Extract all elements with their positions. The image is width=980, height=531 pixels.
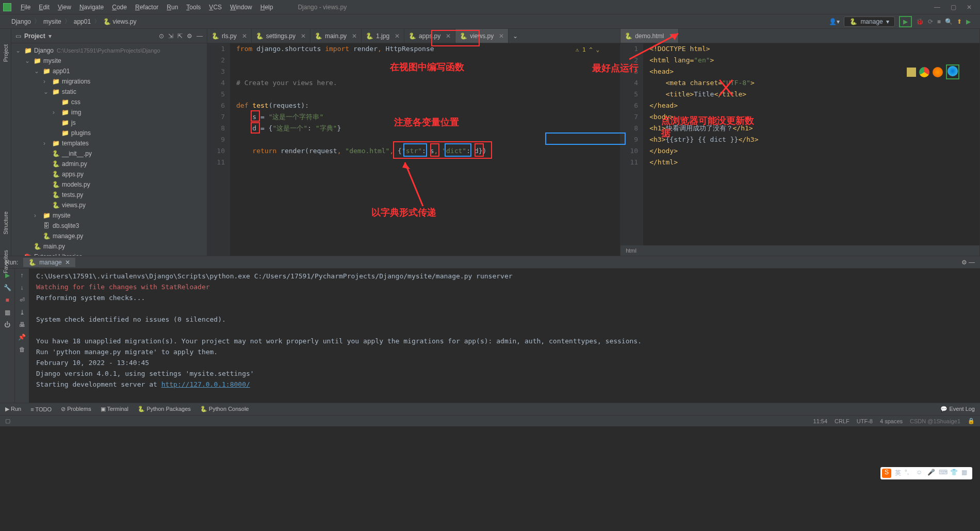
ime-skin-icon[interactable]: 👕	[950, 469, 959, 478]
hide-icon[interactable]: —	[197, 32, 203, 40]
window-minimize-icon[interactable]: —	[934, 4, 940, 11]
menu-help[interactable]: Help	[256, 4, 277, 11]
wrap-icon[interactable]: ⏎	[20, 296, 25, 304]
tree-node[interactable]: ⌄📁DjangoC:\Users\17591\PycharmProjects\D…	[11, 45, 207, 56]
editor-tab[interactable]: 🐍1.jpg✕	[362, 29, 404, 43]
tree-node[interactable]: ›📁templates	[11, 138, 207, 148]
ime-toolbox-icon[interactable]: ▦	[961, 469, 971, 478]
editor-breadcrumb[interactable]: html	[620, 245, 979, 256]
pin-icon[interactable]: 📌	[18, 334, 26, 341]
close-icon[interactable]: ✕	[499, 32, 504, 40]
editor-tab[interactable]: 🐍rls.py✕	[207, 29, 252, 43]
project-tool-tab[interactable]: Project	[3, 44, 9, 62]
locate-icon[interactable]: ⊙	[159, 32, 164, 40]
up-icon[interactable]: ↑	[21, 272, 24, 279]
scroll-icon[interactable]: ⤓	[20, 309, 25, 316]
search-icon[interactable]: 🔍	[945, 18, 953, 25]
user-icon[interactable]: 👤▾	[829, 18, 840, 25]
menu-file[interactable]: File	[17, 4, 35, 11]
run-button[interactable]: ▶	[899, 16, 912, 27]
favorites-tool-tab[interactable]: Favorites	[3, 250, 9, 273]
down-icon[interactable]: ↓	[21, 284, 24, 291]
editor-tab[interactable]: 🐍apps.py✕	[404, 29, 455, 43]
tree-node[interactable]: ›📁mysite	[11, 210, 207, 221]
tree-node[interactable]: 🐍main.py	[11, 241, 207, 252]
tree-node[interactable]: 🐍admin.py	[11, 159, 207, 169]
chevron-down-icon[interactable]: ▾	[48, 32, 52, 40]
menu-window[interactable]: Window	[226, 4, 256, 11]
print-icon[interactable]: 🖶	[19, 321, 25, 328]
breadcrumb-item[interactable]: app01	[72, 18, 93, 25]
exit-icon[interactable]: ⏻	[4, 321, 10, 328]
close-icon[interactable]: ✕	[446, 32, 451, 40]
ime-punct-icon[interactable]: °,	[905, 469, 914, 478]
menu-run[interactable]: Run	[162, 4, 182, 11]
menu-code[interactable]: Code	[108, 4, 131, 11]
tree-node[interactable]: 🗄db.sqlite3	[11, 221, 207, 231]
terminal-tool-button[interactable]: ▣ Terminal	[101, 406, 128, 412]
run-output[interactable]: C:\Users\17591\.virtualenvs\Django\Scrip…	[29, 269, 980, 403]
tree-node[interactable]: ›📁img	[11, 107, 207, 118]
close-icon[interactable]: ✕	[65, 259, 70, 266]
edge-icon[interactable]	[946, 64, 959, 79]
run-settings-icon[interactable]: ⚙ —	[961, 259, 975, 266]
tree-node[interactable]: ⌄📁mysite	[11, 56, 207, 66]
trash-icon[interactable]: 🗑	[19, 346, 25, 353]
menu-vcs[interactable]: VCS	[205, 4, 226, 11]
tree-node[interactable]: 🐍apps.py	[11, 169, 207, 179]
editor-tab[interactable]: 🐍settings.py✕	[252, 29, 311, 43]
builtin-preview-icon[interactable]	[907, 68, 916, 77]
breadcrumb-item[interactable]: mysite	[41, 18, 63, 25]
indent-setting[interactable]: 4 spaces	[880, 418, 903, 424]
editor-tab[interactable]: 🐍demo.html✕	[620, 29, 679, 43]
python-console-button[interactable]: 🐍 Python Console	[200, 406, 249, 412]
tree-node[interactable]: 📁css	[11, 97, 207, 107]
layout-icon[interactable]: ▦	[5, 309, 10, 316]
run-tool-button[interactable]: ▶ Run	[5, 406, 21, 412]
run-tab[interactable]: 🐍 manage ✕	[23, 258, 75, 267]
menu-navigate[interactable]: Navigate	[75, 4, 108, 11]
event-log-button[interactable]: 💬 Event Log	[940, 406, 975, 412]
tree-node[interactable]: 🐍__init__.py	[11, 148, 207, 159]
tree-node[interactable]: 🐍manage.py	[11, 231, 207, 241]
tree-node[interactable]: ⌄📁static	[11, 87, 207, 97]
run-config-selector[interactable]: 🐍 manage ▾	[844, 16, 894, 27]
ime-emoji-icon[interactable]: ☺	[916, 469, 925, 478]
close-icon[interactable]: ✕	[395, 32, 400, 40]
status-icon[interactable]: ▢	[5, 418, 10, 424]
menu-edit[interactable]: Edit	[35, 4, 54, 11]
tree-node[interactable]: 📁plugins	[11, 128, 207, 138]
python-packages-button[interactable]: 🐍 Python Packages	[138, 406, 191, 412]
close-icon[interactable]: ✕	[352, 32, 357, 40]
menu-view[interactable]: View	[54, 4, 75, 11]
cursor-position[interactable]: 11:54	[813, 418, 828, 424]
window-maximize-icon[interactable]: ▢	[951, 4, 956, 11]
expand-icon[interactable]: ⇲	[168, 32, 173, 40]
warning-indicator-icon[interactable]: ⚠ 1 ^ ⌄	[576, 44, 599, 56]
tree-node[interactable]: 📁js	[11, 118, 207, 128]
problems-tool-button[interactable]: ⊘ Problems	[61, 406, 91, 412]
sogou-icon[interactable]: S	[882, 469, 891, 478]
todo-tool-button[interactable]: ≡ TODO	[30, 406, 52, 412]
ime-lang-button[interactable]: 英	[893, 469, 903, 478]
ime-voice-icon[interactable]: 🎤	[927, 469, 937, 478]
debug-button[interactable]: 🐞	[916, 18, 924, 25]
tree-node[interactable]: 🐍tests.py	[11, 190, 207, 200]
tree-node[interactable]: 🐍views.py	[11, 200, 207, 210]
editor-tab[interactable]: 🐍views.py✕	[455, 29, 509, 43]
ime-keyboard-icon[interactable]: ⌨	[939, 469, 948, 478]
tree-node[interactable]: ›📚External Libraries	[11, 252, 207, 256]
window-close-icon[interactable]: ✕	[967, 4, 972, 11]
file-encoding[interactable]: UTF-8	[857, 418, 873, 424]
code-editor-left[interactable]: from django.shortcuts import render, Htt…	[230, 43, 620, 256]
chrome-icon[interactable]	[919, 67, 929, 77]
stop-icon[interactable]: ■	[5, 296, 9, 304]
editor-tab[interactable]: 🐍main.py✕	[311, 29, 362, 43]
update-icon[interactable]: ⬆	[957, 18, 962, 25]
menu-refactor[interactable]: Refactor	[131, 4, 162, 11]
line-separator[interactable]: CRLF	[835, 418, 850, 424]
breadcrumb-item[interactable]: Django	[9, 18, 33, 25]
stop-button[interactable]: ■	[937, 18, 941, 25]
settings-icon[interactable]: ⚙	[187, 32, 192, 40]
close-icon[interactable]: ✕	[669, 32, 674, 40]
